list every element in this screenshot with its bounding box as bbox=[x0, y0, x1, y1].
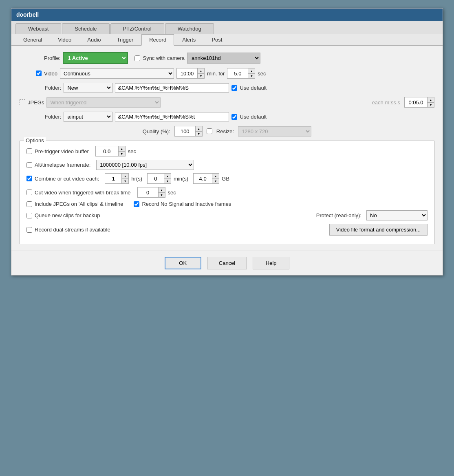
timelapse-label: Alt/timelapse framerate: bbox=[35, 162, 90, 168]
pretrigger-row: Pre-trigger video buffer ▲ ▼ sec bbox=[26, 146, 428, 156]
video-sec-down[interactable]: ▼ bbox=[248, 73, 255, 78]
dialog-window: doorbell Webcast Schedule PTZ/Control Wa… bbox=[11, 8, 443, 275]
pretrigger-checkbox[interactable] bbox=[26, 148, 32, 154]
combine-checkbox[interactable] bbox=[26, 176, 32, 181]
combine-hr-unit: hr(s) bbox=[131, 176, 142, 182]
jpeg-use-default-label: Use default bbox=[240, 114, 267, 120]
pretrigger-spinner[interactable]: ▲ ▼ bbox=[95, 146, 126, 156]
cut-video-spinner[interactable]: ▲ ▼ bbox=[137, 187, 165, 198]
combine-row: Combine or cut video each: ▲ ▼ hr(s) ▲ ▼ bbox=[26, 173, 428, 184]
combine-gb-spinner[interactable]: ▲ ▼ bbox=[193, 173, 219, 184]
video-sec-spinner[interactable]: ▲ ▼ bbox=[227, 68, 255, 79]
cut-video-input[interactable] bbox=[138, 187, 158, 197]
combine-gb-up[interactable]: ▲ bbox=[212, 174, 219, 178]
camera-select[interactable]: annke101hd bbox=[187, 53, 260, 64]
resize-checkbox[interactable] bbox=[207, 128, 212, 134]
jpegs-time-up[interactable]: ▲ bbox=[428, 97, 434, 102]
pretrigger-up[interactable]: ▲ bbox=[119, 146, 125, 151]
video-time-down[interactable]: ▼ bbox=[198, 73, 204, 78]
dual-streams-row: Record dual-streams if available Video f… bbox=[26, 224, 428, 236]
quality-up[interactable]: ▲ bbox=[196, 126, 202, 131]
combine-min-spinner[interactable]: ▲ ▼ bbox=[147, 173, 171, 184]
combine-min-down[interactable]: ▼ bbox=[164, 178, 171, 183]
cut-video-checkbox[interactable] bbox=[26, 190, 32, 195]
combine-hr-spinner[interactable]: ▲ ▼ bbox=[105, 173, 129, 184]
combine-min-unit: min(s) bbox=[174, 176, 188, 182]
tab-video[interactable]: Video bbox=[50, 34, 79, 45]
tab-top-ptz[interactable]: PTZ/Control bbox=[110, 23, 164, 34]
sync-camera-label: Sync with camera bbox=[143, 55, 185, 61]
combine-gb-unit: GB bbox=[222, 176, 229, 182]
resize-select[interactable]: 1280 x 720 bbox=[238, 126, 311, 137]
video-checkbox[interactable] bbox=[36, 71, 42, 76]
queue-backup-label: Queue new clips for backup bbox=[35, 212, 100, 218]
combine-gb-input[interactable] bbox=[194, 174, 212, 183]
protect-select[interactable]: No bbox=[366, 210, 428, 220]
jpeg-folder-select[interactable]: aiinput bbox=[64, 112, 112, 122]
timelapse-checkbox[interactable] bbox=[26, 162, 32, 168]
include-jpegs-row: Include JPEGs on 'All clips' & timeline … bbox=[26, 201, 428, 207]
tab-top-watchdog[interactable]: Watchdog bbox=[165, 23, 214, 34]
help-button[interactable]: Help bbox=[253, 257, 289, 269]
combine-hr-input[interactable] bbox=[105, 174, 121, 183]
options-group: Options Pre-trigger video buffer ▲ ▼ sec… bbox=[20, 141, 434, 244]
jpegs-time-input[interactable] bbox=[405, 97, 427, 107]
use-default-checkbox[interactable] bbox=[231, 85, 237, 91]
tab-top-webcast[interactable]: Webcast bbox=[15, 23, 61, 34]
jpegs-time-down[interactable]: ▼ bbox=[428, 102, 434, 107]
combine-hr-down[interactable]: ▼ bbox=[122, 178, 128, 183]
combine-min-up[interactable]: ▲ bbox=[164, 174, 171, 178]
tab-audio[interactable]: Audio bbox=[79, 34, 108, 45]
video-sec-input[interactable] bbox=[227, 68, 248, 78]
folder-path-input[interactable] bbox=[115, 83, 229, 93]
protect-label: Protect (read-only): bbox=[316, 212, 361, 218]
pretrigger-label: Pre-trigger video buffer bbox=[35, 148, 89, 154]
video-time-input[interactable] bbox=[177, 68, 197, 78]
cancel-button[interactable]: Cancel bbox=[207, 257, 247, 269]
timelapse-select[interactable]: 1000000 [10.00 fps] bbox=[96, 160, 194, 170]
record-no-signal-checkbox[interactable] bbox=[134, 201, 139, 207]
dual-streams-label: Record dual-streams if available bbox=[35, 227, 110, 233]
pretrigger-input[interactable] bbox=[96, 146, 118, 156]
top-tabs: Webcast Schedule PTZ/Control Watchdog bbox=[11, 21, 443, 34]
tab-alerts[interactable]: Alerts bbox=[174, 34, 203, 45]
video-time-up[interactable]: ▲ bbox=[198, 68, 204, 73]
tab-record[interactable]: Record bbox=[141, 34, 174, 46]
pretrigger-down[interactable]: ▼ bbox=[119, 151, 125, 156]
combine-hr-up[interactable]: ▲ bbox=[122, 174, 128, 178]
sync-camera-checkbox[interactable] bbox=[134, 55, 140, 61]
video-time-spinner[interactable]: ▲ ▼ bbox=[176, 68, 205, 79]
profile-select[interactable]: 1 Active bbox=[63, 52, 128, 64]
folder-select[interactable]: New bbox=[64, 83, 112, 93]
jpegs-row: JPEGs When triggered each m:ss.s ▲ ▼ bbox=[20, 97, 434, 108]
combine-gb-down[interactable]: ▼ bbox=[212, 178, 219, 183]
quality-spinner[interactable]: ▲ ▼ bbox=[174, 126, 203, 137]
dual-streams-checkbox[interactable] bbox=[26, 227, 32, 233]
title-bar: doorbell bbox=[11, 9, 443, 21]
video-mode-select[interactable]: Continuous bbox=[60, 68, 174, 79]
quality-input[interactable] bbox=[175, 126, 195, 136]
combine-label: Combine or cut video each: bbox=[35, 176, 99, 182]
tab-general[interactable]: General bbox=[15, 34, 50, 45]
cut-video-row: Cut video when triggered with break time… bbox=[26, 187, 428, 198]
ok-button[interactable]: OK bbox=[165, 257, 201, 269]
tab-trigger[interactable]: Trigger bbox=[109, 34, 141, 45]
timelapse-row: Alt/timelapse framerate: 1000000 [10.00 … bbox=[26, 160, 428, 170]
include-jpegs-checkbox[interactable] bbox=[26, 201, 32, 207]
jpeg-folder-path-input[interactable] bbox=[115, 112, 229, 121]
jpegs-mode-select[interactable]: When triggered bbox=[46, 97, 161, 108]
video-format-button[interactable]: Video file format and compression... bbox=[329, 224, 428, 236]
jpegs-dashed-checkbox[interactable] bbox=[20, 99, 25, 105]
video-row: Video Continuous ▲ ▼ min. for ▲ ▼ sec bbox=[20, 68, 434, 79]
tab-top-schedule[interactable]: Schedule bbox=[62, 23, 109, 34]
jpegs-time-spinner[interactable]: ▲ ▼ bbox=[404, 97, 434, 108]
tab-post[interactable]: Post bbox=[204, 34, 230, 45]
quality-label: Quality (%): bbox=[143, 128, 170, 134]
queue-backup-checkbox[interactable] bbox=[26, 213, 32, 218]
video-sec-up[interactable]: ▲ bbox=[248, 68, 255, 73]
jpeg-use-default-checkbox[interactable] bbox=[231, 114, 237, 120]
quality-down[interactable]: ▼ bbox=[196, 131, 202, 136]
combine-min-input[interactable] bbox=[148, 174, 164, 183]
cut-video-up[interactable]: ▲ bbox=[159, 187, 165, 192]
cut-video-down[interactable]: ▼ bbox=[159, 192, 165, 197]
